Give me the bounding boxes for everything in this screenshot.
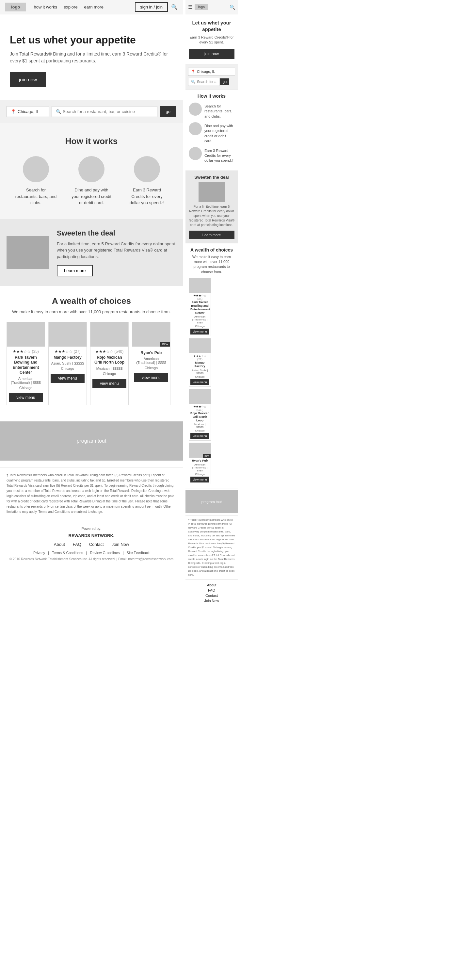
side-footer-join-now[interactable]: Join Now bbox=[188, 599, 235, 603]
side-location-text: Chicago, IL bbox=[197, 70, 215, 73]
footer-policy-links: Privacy | Terms & Conditions | Review Gu… bbox=[6, 551, 176, 555]
restaurant-card-4: new Ryan's Pub American (Traditional) | … bbox=[132, 322, 170, 405]
side-footer-contact[interactable]: Contact bbox=[188, 593, 235, 598]
main-footer: Powered by: REWARDS NETWORK. About FAQ C… bbox=[0, 520, 183, 568]
side-card-3-city: Chicago bbox=[190, 429, 209, 432]
side-card-2-name: Mango Factory bbox=[190, 361, 209, 368]
side-program-tout: program tout bbox=[186, 490, 238, 513]
restaurant-card-3: ★★★☆☆ (540) Rojo Mexican Grill North Loo… bbox=[90, 322, 129, 405]
sweeten-learn-more-button[interactable]: Learn more bbox=[57, 265, 93, 276]
nav-link-earn-more[interactable]: earn more bbox=[84, 5, 103, 10]
side-card-3-cuisine: Mexican | $$$$$ bbox=[190, 423, 209, 429]
side-wealth-subtitle: We make it easy to earn more with over 1… bbox=[189, 255, 235, 275]
wealth-section: A wealth of choices We make it easy to e… bbox=[0, 286, 183, 415]
view-menu-button-2[interactable]: view menu bbox=[51, 374, 84, 383]
side-restaurant-card-2-image bbox=[189, 339, 211, 353]
side-stars-1: ★★★☆☆ (35) bbox=[190, 294, 209, 301]
side-restaurant-card-4-body: Ryan's Pub American (Traditional) | $$$$… bbox=[189, 458, 211, 484]
sweeten-text: Sweeten the deal For a limited time, ear… bbox=[57, 229, 176, 277]
side-step-1-circle bbox=[189, 103, 202, 116]
step-2-text: Dine and pay with your registered credit… bbox=[70, 187, 113, 206]
footer-contact[interactable]: Contact bbox=[89, 542, 104, 547]
side-card-1-city: Chicago bbox=[190, 325, 209, 328]
side-step-2-text: Dine and pay with your registered credit… bbox=[205, 122, 235, 144]
review-guidelines-link[interactable]: Review Guidelines bbox=[90, 551, 119, 555]
restaurant-card-2-name: Mango Factory bbox=[51, 355, 84, 360]
search-input[interactable] bbox=[63, 109, 153, 114]
side-restaurant-card-4: new Ryan's Pub American (Traditional) | … bbox=[189, 442, 211, 484]
side-view-menu-4[interactable]: view menu bbox=[190, 477, 209, 482]
site-feedback-link[interactable]: Site Feedback bbox=[127, 551, 149, 555]
restaurant-card-2: ★★★☆☆ (27) Mango Factory Asian, Sushi | … bbox=[48, 322, 87, 405]
side-restaurant-grid: ★★★☆☆ (35) Park Tavern Bowling and Enter… bbox=[189, 278, 235, 484]
side-sweeten-image bbox=[198, 182, 225, 202]
side-card-3-name: Rojo Mexican Grill North Loop bbox=[190, 412, 209, 422]
sweeten-section: Sweeten the deal For a limited time, ear… bbox=[0, 219, 183, 286]
restaurant-card-4-body: Ryan's Pub American (Traditional) | $$$$… bbox=[132, 347, 170, 385]
step-2-icon bbox=[78, 156, 105, 182]
side-sweeten-title: Sweeten the deal bbox=[189, 175, 235, 180]
steps-container: Search for restaurants, bars, and clubs.… bbox=[6, 156, 176, 206]
restaurant-grid: ★★★☆☆ (35) Park Tavern Bowling and Enter… bbox=[6, 322, 176, 405]
side-go-button[interactable]: go bbox=[220, 78, 229, 85]
review-count-3: (540) bbox=[114, 349, 124, 354]
restaurant-card-1-body: ★★★☆☆ (35) Park Tavern Bowling and Enter… bbox=[7, 347, 45, 405]
side-sweeten-section: Sweeten the deal For a limited time, ear… bbox=[186, 171, 238, 243]
restaurant-card-1-city: Chicago bbox=[9, 386, 43, 390]
restaurant-card-4-name: Ryan's Pub bbox=[134, 350, 168, 356]
side-footer: About FAQ Contact Join Now bbox=[186, 579, 238, 608]
side-search-icon[interactable]: 🔍 bbox=[230, 5, 235, 10]
side-card-1-cuisine: American (Traditional) | $$$$ bbox=[190, 315, 209, 324]
side-nav: ☰ logo 🔍 bbox=[186, 0, 238, 14]
location-box[interactable]: 📍 Chicago, IL bbox=[6, 106, 49, 117]
side-search-input[interactable] bbox=[197, 80, 216, 84]
restaurant-card-2-image bbox=[49, 322, 87, 347]
main-logo[interactable]: logo bbox=[5, 3, 26, 11]
side-card-4-cuisine: American (Traditional) | $$$$ bbox=[190, 463, 209, 472]
search-bar: 📍 Chicago, IL 🔍 go bbox=[0, 100, 183, 123]
sign-in-button[interactable]: sign in / join bbox=[135, 2, 168, 12]
side-restaurant-card-4-image: new bbox=[189, 443, 211, 458]
side-step-2-circle bbox=[189, 122, 202, 135]
side-wealth-title: A wealth of choices bbox=[189, 247, 235, 253]
side-step-3-circle bbox=[189, 147, 202, 160]
side-logo[interactable]: logo bbox=[195, 4, 208, 10]
program-tout-main: program tout bbox=[0, 422, 183, 461]
restaurant-card-2-stars: ★★★☆☆ (27) bbox=[51, 349, 84, 354]
go-button[interactable]: go bbox=[160, 106, 176, 117]
footer-faq[interactable]: FAQ bbox=[73, 542, 81, 547]
nav-link-how-it-works[interactable]: how it works bbox=[33, 5, 57, 10]
nav-search-icon[interactable]: 🔍 bbox=[171, 4, 178, 10]
view-menu-button-3[interactable]: view menu bbox=[92, 379, 126, 388]
footer-join-now[interactable]: Join Now bbox=[112, 542, 129, 547]
how-it-works-section: How it works Search for restaurants, bar… bbox=[0, 123, 183, 219]
join-now-button[interactable]: join now bbox=[10, 72, 46, 87]
view-menu-button-1[interactable]: view menu bbox=[9, 393, 43, 402]
side-footer-nav: About FAQ Contact Join Now bbox=[188, 583, 235, 603]
side-card-4-name: Ryan's Pub bbox=[190, 459, 209, 463]
restaurant-card-2-cuisine: Asian, Sushi | $$$$$ bbox=[51, 361, 84, 365]
side-view-menu-2[interactable]: view menu bbox=[190, 379, 209, 385]
side-learn-more-button[interactable]: Learn more bbox=[189, 231, 235, 239]
side-footer-about[interactable]: About bbox=[188, 583, 235, 587]
privacy-link[interactable]: Privacy bbox=[33, 551, 45, 555]
side-search-icon-box: 🔍 bbox=[191, 80, 195, 84]
restaurant-card-1-image bbox=[7, 322, 45, 347]
wealth-subtitle: We make it easy to earn more with over 1… bbox=[6, 309, 176, 315]
side-footer-faq[interactable]: FAQ bbox=[188, 588, 235, 592]
side-join-now-button[interactable]: join now bbox=[189, 49, 235, 59]
view-menu-button-4[interactable]: view menu bbox=[134, 373, 168, 382]
restaurant-card-4-image: new bbox=[132, 322, 170, 347]
location-icon: 📍 bbox=[11, 109, 16, 114]
nav-link-explore[interactable]: explore bbox=[63, 5, 78, 10]
step-1-icon bbox=[23, 156, 49, 182]
step-1-text: Search for restaurants, bars, and clubs. bbox=[15, 187, 57, 206]
program-tout-label: program tout bbox=[77, 438, 106, 444]
footer-about[interactable]: About bbox=[54, 542, 65, 547]
side-view-menu-1[interactable]: view menu bbox=[190, 329, 209, 334]
side-location-box[interactable]: 📍 Chicago, IL bbox=[188, 68, 235, 76]
hamburger-icon[interactable]: ☰ bbox=[188, 4, 193, 10]
side-view-menu-3[interactable]: view menu bbox=[190, 433, 209, 439]
main-nav-links: how it works explore earn more bbox=[33, 5, 135, 10]
terms-link[interactable]: Terms & Conditions bbox=[52, 551, 83, 555]
